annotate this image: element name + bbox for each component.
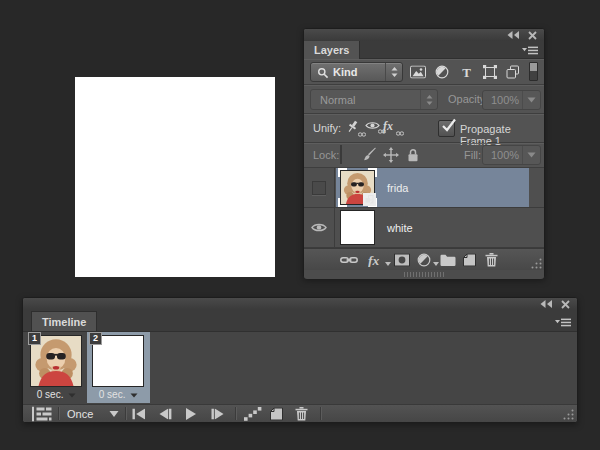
- tab-layers[interactable]: Layers: [304, 41, 360, 59]
- lock-label: Lock:: [313, 149, 339, 161]
- search-icon: [317, 67, 329, 79]
- delete-frame-icon[interactable]: [295, 407, 308, 421]
- lock-position-icon[interactable]: [383, 147, 399, 163]
- add-layer-mask-icon[interactable]: [394, 253, 410, 266]
- opacity-value: 100%: [491, 94, 519, 106]
- layer-thumbnail[interactable]: [340, 210, 375, 245]
- layers-tab-strip: Layers: [304, 41, 544, 59]
- tween-icon[interactable]: [244, 407, 262, 421]
- visibility-toggle[interactable]: [304, 208, 335, 247]
- frame-2[interactable]: 2 0 sec.: [87, 332, 150, 403]
- kind-filter-value: Kind: [333, 66, 357, 78]
- panel-menu-icon[interactable]: [522, 46, 538, 55]
- frame-duration-dropdown[interactable]: 0 sec.: [26, 389, 87, 400]
- svg-text:fx: fx: [368, 253, 379, 267]
- collapse-to-icons-icon[interactable]: [507, 31, 520, 39]
- frame-number-badge: 2: [89, 332, 102, 345]
- blend-mode-dropdown[interactable]: Normal: [310, 89, 438, 110]
- chevron-down-icon: [522, 146, 540, 164]
- filter-toggle-switch[interactable]: [529, 62, 538, 81]
- close-icon[interactable]: [561, 300, 570, 309]
- photoshop-workspace: { "app": { "background": "#282828" }, "c…: [0, 0, 600, 450]
- frames-strip: 1 0 sec. 2 0 sec.: [23, 332, 577, 404]
- layer-list: frida white: [304, 168, 544, 248]
- filter-row: Kind T: [304, 59, 544, 85]
- fill-label: Fill:: [464, 149, 481, 161]
- timeline-controls-bar: Once: [23, 404, 577, 422]
- smart-object-badge-icon: [363, 193, 376, 206]
- link-layers-icon[interactable]: [340, 255, 358, 265]
- frame-number-badge: 1: [28, 332, 41, 345]
- document-canvas[interactable]: [75, 77, 275, 277]
- blend-row: Normal Opacity: 100%: [304, 85, 544, 114]
- type-filter-icon[interactable]: T: [460, 65, 473, 79]
- timeline-panel: Timeline 1 0 sec. 2 0 sec.: [22, 297, 578, 423]
- layer-style-fx-icon[interactable]: fx: [368, 253, 384, 267]
- unify-label: Unify:: [313, 122, 341, 134]
- visibility-toggle[interactable]: [304, 168, 335, 207]
- svg-text:T: T: [462, 65, 471, 79]
- layer-row-frida[interactable]: frida: [304, 168, 544, 208]
- lock-row: Lock: Fill: 100%: [304, 143, 544, 168]
- eye-icon: [311, 222, 327, 233]
- smart-object-filter-icon[interactable]: [506, 65, 520, 79]
- resize-grip-icon[interactable]: [531, 258, 542, 269]
- unify-visibility-icon[interactable]: [365, 120, 380, 131]
- propagate-frame-checkbox[interactable]: [438, 120, 455, 137]
- panel-bottom-strip: [304, 270, 544, 279]
- new-group-icon[interactable]: [440, 254, 456, 266]
- play-icon[interactable]: [186, 408, 196, 420]
- blend-mode-value: Normal: [320, 94, 355, 106]
- lock-transparency-icon[interactable]: [340, 146, 342, 164]
- layer-row-white[interactable]: white: [304, 208, 544, 248]
- frame-1[interactable]: 1 0 sec.: [26, 332, 87, 403]
- opacity-value-box[interactable]: 100%: [482, 90, 541, 110]
- spinner-icon: [385, 63, 402, 81]
- drag-handle[interactable]: [404, 272, 444, 277]
- close-icon[interactable]: [528, 31, 537, 40]
- layers-panel-titlebar: [304, 29, 544, 41]
- svg-text:fx: fx: [383, 120, 393, 133]
- new-layer-icon[interactable]: [463, 253, 476, 266]
- layers-panel: Layers Kind T: [303, 28, 545, 279]
- first-frame-icon[interactable]: [132, 408, 146, 419]
- lock-pixels-icon[interactable]: [362, 148, 377, 163]
- convert-to-video-timeline-icon[interactable]: [32, 406, 54, 421]
- collapse-to-icons-icon[interactable]: [540, 300, 553, 308]
- visibility-empty-box: [312, 181, 326, 195]
- panel-menu-icon[interactable]: [555, 318, 571, 327]
- chevron-down-icon: [433, 262, 439, 266]
- previous-frame-icon[interactable]: [159, 408, 172, 419]
- layers-panel-footer: fx: [304, 248, 544, 270]
- timeline-tab-strip: Timeline: [23, 310, 577, 332]
- layer-thumbnail[interactable]: [340, 170, 375, 205]
- spinner-icon: [420, 90, 437, 109]
- shape-filter-icon[interactable]: [483, 65, 497, 79]
- selection-bracket: [338, 168, 347, 177]
- new-adjustment-layer-icon[interactable]: [417, 253, 431, 267]
- next-frame-icon[interactable]: [211, 408, 224, 419]
- tab-timeline[interactable]: Timeline: [31, 311, 97, 331]
- layer-name: frida: [387, 182, 408, 194]
- frame-duration-dropdown[interactable]: 0 sec.: [87, 389, 150, 400]
- delete-layer-icon[interactable]: [485, 253, 498, 267]
- kind-filter-dropdown[interactable]: Kind: [310, 62, 403, 82]
- pixel-filter-icon[interactable]: [410, 65, 426, 78]
- unify-row: Unify: fx Propagate Frame 1: [304, 114, 544, 143]
- fill-value-box[interactable]: 100%: [482, 145, 541, 165]
- unify-position-icon[interactable]: [346, 120, 360, 134]
- layer-name: white: [387, 222, 413, 234]
- selection-bracket: [338, 198, 347, 207]
- fill-value: 100%: [491, 149, 519, 161]
- chevron-down-icon: [522, 91, 540, 109]
- loop-chevron-down-icon[interactable]: [109, 410, 119, 417]
- resize-grip-icon[interactable]: [563, 409, 574, 420]
- chevron-down-icon: [385, 262, 391, 266]
- duplicate-frame-icon[interactable]: [270, 407, 283, 420]
- unify-style-icon[interactable]: fx: [383, 120, 398, 133]
- timeline-panel-titlebar: [23, 298, 577, 310]
- lock-all-icon[interactable]: [407, 148, 419, 162]
- selection-bracket: [368, 168, 377, 177]
- adjustment-filter-icon[interactable]: [435, 65, 449, 79]
- loop-dropdown[interactable]: Once: [67, 408, 93, 420]
